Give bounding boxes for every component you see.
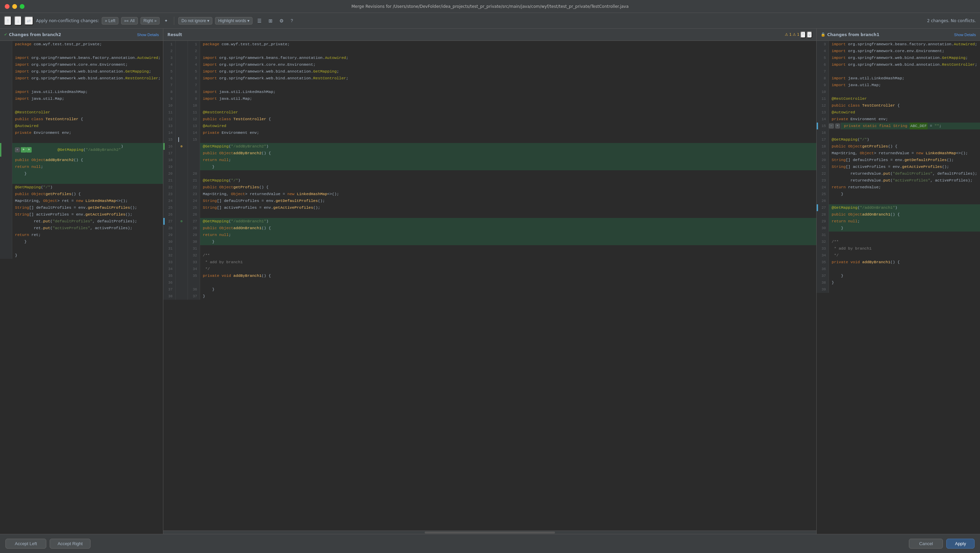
traffic-lights: ✕ − + xyxy=(5,4,24,9)
table-row: 25 25 String[] activeProfiles = env.getA… xyxy=(163,204,816,211)
table-row: String[] defaultProfiles = env.getDefaul… xyxy=(0,204,163,211)
expand-right-button[interactable]: + xyxy=(835,124,840,128)
apply-left-button[interactable]: » Left xyxy=(102,17,118,24)
table-row: 36 xyxy=(163,279,816,286)
right-code-area[interactable]: 3 import org.springframework.beans.facto… xyxy=(817,41,980,534)
table-row: 38 } xyxy=(817,279,980,286)
dropdown-arrow-icon: ▾ xyxy=(207,18,209,23)
table-row: package com.wyf.test.test_pr_private; xyxy=(0,41,163,48)
close-button[interactable]: ✕ xyxy=(5,4,10,9)
left-code-area[interactable]: package com.wyf.test.test_pr_private; im… xyxy=(0,41,163,534)
diff-view-button[interactable]: ⊞ xyxy=(266,17,275,24)
change-marker xyxy=(163,218,165,225)
warning-icon-2: ⚠ xyxy=(792,32,796,37)
window-title: Merge Revisions for /Users/stone/DevFold… xyxy=(352,4,629,9)
merge-icon: ⊕ xyxy=(180,143,183,150)
apply-button[interactable]: Apply xyxy=(946,539,975,548)
apply-change-right-button[interactable]: » xyxy=(21,147,26,153)
accept-right-button[interactable]: Accept Right xyxy=(50,539,91,548)
collapse-right-button[interactable]: − xyxy=(829,124,834,128)
highlight-words-button[interactable]: Highlight words ▾ xyxy=(215,17,253,24)
table-row: 23 returnedValue.put("activeProfiles", a… xyxy=(817,177,980,184)
minimize-button[interactable]: − xyxy=(12,4,17,9)
table-row xyxy=(0,48,163,54)
table-row: 34 34 */ xyxy=(163,266,816,273)
table-row: 22 returnedValue.put("defaultProfiles", … xyxy=(817,170,980,177)
maximize-button[interactable]: + xyxy=(20,4,24,9)
left-show-details-button[interactable]: Show Details xyxy=(137,33,159,37)
horizontal-scrollbar[interactable] xyxy=(163,531,816,534)
table-row: 5 import org.springframework.web.bind.an… xyxy=(817,54,980,61)
table-row: import org.springframework.web.bind.anno… xyxy=(0,75,163,82)
table-row: 2 2 xyxy=(163,48,816,54)
center-code-area[interactable]: 1 1 package com.wyf.test.test_pr_private… xyxy=(163,41,816,531)
dropdown-arrow-icon-2: ▾ xyxy=(247,18,250,23)
status-text: 2 changes. No conflicts. xyxy=(927,18,976,23)
next-change-button[interactable]: ↓ xyxy=(14,16,22,25)
help-button[interactable]: ? xyxy=(288,18,295,24)
left-panel-title-text: Changes from branch2 xyxy=(9,32,61,37)
table-row: 37 36 } xyxy=(163,286,816,293)
table-row: 26 xyxy=(817,198,980,204)
table-row: 30 } xyxy=(817,225,980,231)
magic-wand-button[interactable]: ✦ xyxy=(162,18,170,24)
table-row: 11 @RestController xyxy=(817,96,980,102)
right-panel-header: 🔒 Changes from branch1 Show Details xyxy=(817,29,980,41)
apply-all-button[interactable]: »« All xyxy=(121,17,138,24)
table-row: 35 private void addByBranch1() { xyxy=(817,259,980,266)
right-show-details-button[interactable]: Show Details xyxy=(954,33,976,37)
cancel-button[interactable]: Cancel xyxy=(909,539,943,548)
apply-change-left-button[interactable]: » xyxy=(26,147,32,153)
merge-icon-2: ⊕ xyxy=(180,218,183,225)
table-row: 3 3 import org.springframework.beans.fac… xyxy=(163,54,816,61)
table-row: 6 import org.springframework.web.bind.an… xyxy=(817,61,980,68)
chevron-left-icon: » xyxy=(105,18,107,23)
table-row: 30 30 } xyxy=(163,238,816,245)
table-row: 9 import java.util.Map; xyxy=(817,82,980,89)
left-panel-header: ✔ Changes from branch2 Show Details xyxy=(0,29,163,41)
table-row: String[] activeProfiles = env.getActiveP… xyxy=(0,211,163,218)
table-row: 22 22 public Object getProfiles() { xyxy=(163,184,816,191)
apply-right-button[interactable]: Right » xyxy=(140,17,160,24)
scrollbar-thumb[interactable] xyxy=(425,532,555,534)
table-row: } xyxy=(0,252,163,259)
table-row: 21 21 @GetMapping("/") xyxy=(163,177,816,184)
table-row: 1 1 package com.wyf.test.test_pr_private… xyxy=(163,41,816,48)
apply-changes-icon[interactable]: ⇄ xyxy=(24,16,33,25)
table-row: @GetMapping("/") xyxy=(0,184,163,191)
table-row: import org.springframework.beans.factory… xyxy=(0,54,163,61)
table-row: 6 6 import org.springframework.web.bind.… xyxy=(163,75,816,82)
table-row: 24 24 String[] defaultProfiles = env.get… xyxy=(163,198,816,204)
table-row: return ret; xyxy=(0,231,163,238)
left-panel: ✔ Changes from branch2 Show Details pack… xyxy=(0,29,163,534)
table-row: 19 Map<String, Object> returnedValue = n… xyxy=(817,150,980,157)
table-row: 7 7 xyxy=(163,82,816,89)
settings-button[interactable]: ☰ xyxy=(255,17,264,24)
table-row: 28 public Object addOnBranch1() { xyxy=(817,211,980,218)
table-row: 38 37 } xyxy=(163,293,816,300)
table-row: Map<String, Object> ret = new LinkedHash… xyxy=(0,198,163,204)
warning-badge: ⚠ 1 ⚠ 1 ^ v xyxy=(785,31,812,38)
gear-button[interactable]: ⚙ xyxy=(277,17,286,24)
table-row xyxy=(0,102,163,109)
table-row: 7 xyxy=(817,68,980,75)
change-marker-right-2 xyxy=(817,204,818,211)
table-row: 17 public Object addByBranch2() { xyxy=(163,150,816,157)
reject-change-button[interactable]: ✕ xyxy=(15,147,20,152)
change-marker xyxy=(163,143,165,150)
table-row: 8 8 import java.util.LinkedHashMap; xyxy=(163,89,816,96)
check-icon-left: ✔ xyxy=(4,32,7,37)
table-row: 15 − + private static final String ABC_D… xyxy=(817,123,980,129)
warning-next-button[interactable]: v xyxy=(807,31,812,38)
accept-left-button[interactable]: Accept Left xyxy=(5,539,46,548)
table-row: 33 * add by branch1 xyxy=(817,245,980,252)
center-panel-title: Result xyxy=(167,32,182,37)
table-row: 4 4 import org.springframework.core.env.… xyxy=(163,61,816,68)
change-marker-right xyxy=(817,123,818,129)
change-marker xyxy=(0,143,2,157)
table-row xyxy=(0,136,163,143)
ignore-whitespace-dropdown[interactable]: Do not ignore ▾ xyxy=(178,17,212,24)
prev-change-button[interactable]: ↑ xyxy=(4,16,11,25)
table-row: 18 return null; xyxy=(163,157,816,163)
warning-prev-button[interactable]: ^ xyxy=(800,31,806,38)
